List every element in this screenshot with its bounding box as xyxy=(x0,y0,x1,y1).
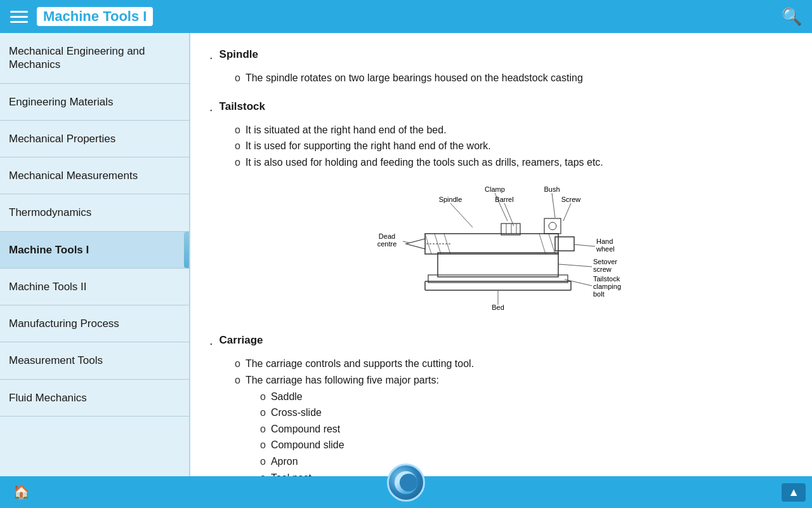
tailstock-svg: Clamp Bush Spindle Barrel Screw Dead cen… xyxy=(349,183,653,316)
carriage-point-1: o The carriage controls and supports the… xyxy=(209,356,793,372)
carriage-sub-compound-slide: o Compound slide xyxy=(209,437,793,453)
svg-text:screw: screw xyxy=(593,265,612,273)
label-screw: Screw xyxy=(561,196,581,203)
crescent-icon xyxy=(395,471,417,494)
tailstock-title: Tailstock xyxy=(219,98,265,115)
label-barrel: Barrel xyxy=(495,196,513,203)
tailstock-heading: · Tailstock xyxy=(209,98,793,119)
svg-line-4 xyxy=(563,203,571,221)
header: Machine Tools I 🔍 xyxy=(0,0,812,33)
svg-marker-16 xyxy=(406,239,425,249)
sidebar-item-mech-prop[interactable]: Mechanical Properties xyxy=(0,121,189,157)
sidebar-item-meas-tools[interactable]: Measurement Tools xyxy=(0,342,189,379)
carriage-sub-apron: o Apron xyxy=(209,453,793,470)
svg-line-20 xyxy=(574,244,595,246)
sidebar-item-fluid-mech[interactable]: Fluid Mechanics xyxy=(0,380,189,417)
carriage-sub-cross-slide: o Cross-slide xyxy=(209,404,793,421)
tailstock-point-1: o It is situated at the right hand end o… xyxy=(209,122,793,138)
sidebar-item-machine-tools-2[interactable]: Machine Tools II xyxy=(0,269,189,305)
carriage-sub-saddle: o Saddle xyxy=(209,389,793,405)
label-setover-screw: Setover xyxy=(593,258,617,265)
svg-text:bolt: bolt xyxy=(593,290,605,298)
sidebar-item-eng-mat[interactable]: Engineering Materials xyxy=(0,84,189,121)
carriage-point-2: o The carriage has following five major … xyxy=(209,372,793,389)
svg-line-14 xyxy=(539,234,546,254)
spindle-heading: · Spindle xyxy=(209,46,793,67)
bullet-dot-spindle: · xyxy=(209,47,213,67)
svg-rect-9 xyxy=(438,253,558,277)
svg-text:centre: centre xyxy=(377,240,397,248)
tailstock-point-2: o It is used for supporting the right ha… xyxy=(209,138,793,154)
svg-rect-31 xyxy=(544,218,561,234)
label-dead-centre: Dead xyxy=(379,232,395,240)
active-indicator xyxy=(184,232,189,268)
carriage-sub-tool-post: o Tool post xyxy=(209,470,793,476)
carriage-heading: · Carriage xyxy=(209,331,793,353)
svg-line-25 xyxy=(565,279,592,286)
header-left: Machine Tools I xyxy=(10,7,153,26)
carriage-sub-compound-rest: o Compound rest xyxy=(209,421,793,438)
tailstock-section: · Tailstock o It is situated at the righ… xyxy=(209,98,793,171)
center-nav-button[interactable] xyxy=(387,464,425,502)
scroll-up-button[interactable]: ▲ xyxy=(782,483,806,502)
carriage-title: Carriage xyxy=(219,331,263,349)
spindle-section: · Spindle o The spindle rotates on two l… xyxy=(209,46,793,86)
svg-line-15 xyxy=(549,234,555,254)
spindle-desc: o The spindle rotates on two large beari… xyxy=(209,70,793,86)
sidebar-item-machine-tools-1[interactable]: Machine Tools I xyxy=(0,232,189,269)
svg-line-1 xyxy=(552,193,555,218)
home-button[interactable]: 🏠 xyxy=(13,484,30,500)
hamburger-menu-icon[interactable] xyxy=(10,11,28,23)
content-area: · Spindle o The spindle rotates on two l… xyxy=(190,33,812,476)
label-bush: Bush xyxy=(544,185,560,193)
sidebar-item-mech-meas[interactable]: Mechanical Measurements xyxy=(0,157,189,194)
tailstock-point-3: o It is also used for holding and feedin… xyxy=(209,154,793,171)
sidebar: Mechanical Engineering and Mechanics Eng… xyxy=(0,33,190,476)
header-title: Machine Tools I xyxy=(37,7,153,26)
bullet-dot-carriage: · xyxy=(209,333,213,353)
sidebar-item-thermo[interactable]: Thermodynamics xyxy=(0,194,189,231)
label-tailstock-bolt: Tailstock xyxy=(593,275,620,283)
svg-text:wheel: wheel xyxy=(596,245,615,253)
label-spindle: Spindle xyxy=(439,196,462,203)
tailstock-diagram: Clamp Bush Spindle Barrel Screw Dead cen… xyxy=(209,183,793,316)
spindle-description: The spindle rotates on two large bearing… xyxy=(246,70,583,86)
svg-line-2 xyxy=(450,203,473,227)
bullet-dot-tailstock: · xyxy=(209,99,213,119)
search-icon[interactable]: 🔍 xyxy=(782,7,802,27)
main-layout: Mechanical Engineering and Mechanics Eng… xyxy=(0,33,812,476)
bottom-nav: 🏠 ▲ xyxy=(0,476,812,508)
sidebar-item-mech-eng[interactable]: Mechanical Engineering and Mechanics xyxy=(0,33,189,84)
sidebar-item-mfg-process[interactable]: Manufacturing Process xyxy=(0,305,189,342)
label-hand-wheel: Hand xyxy=(596,237,613,245)
svg-point-32 xyxy=(549,222,556,230)
svg-line-3 xyxy=(504,203,514,226)
spindle-title: Spindle xyxy=(219,46,258,63)
svg-text:clamping: clamping xyxy=(593,283,621,290)
label-clamp: Clamp xyxy=(485,185,505,193)
sub-o-spindle: o xyxy=(235,70,240,86)
carriage-section: · Carriage o The carriage controls and s… xyxy=(209,331,793,476)
svg-line-22 xyxy=(558,264,592,267)
